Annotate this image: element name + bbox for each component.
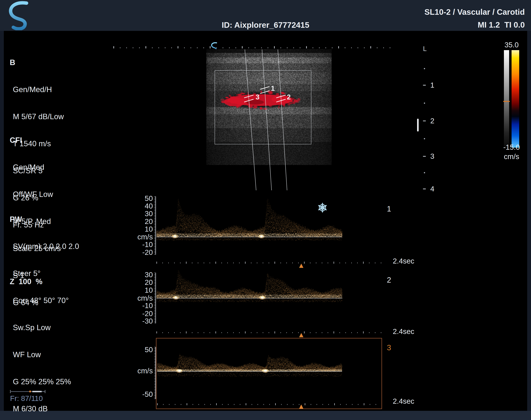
param-line: G 25% 25% 25% <box>13 377 79 386</box>
pw-params-title: PW <box>10 215 79 224</box>
trace2-number: 2 <box>387 276 391 284</box>
orientation-marker: L <box>423 45 427 53</box>
trace3-unit: cm/s <box>123 367 153 375</box>
gate-label-2: 2 <box>287 93 291 101</box>
colorbar-min: -15.0 <box>498 143 525 151</box>
gate-label-1: 1 <box>271 85 275 92</box>
baseline-tick <box>503 101 510 102</box>
trace1-ytick: 10 <box>123 225 153 233</box>
trace3-time: 2.4sec <box>393 397 414 405</box>
trace2-unit: cm/s <box>123 294 153 302</box>
depth-label: 4 <box>430 185 434 193</box>
param-line: Sw.Sp Low <box>13 323 79 332</box>
probe-preset: SL10-2 / Vascular / Carotid <box>424 7 525 17</box>
trace1-unit: cm/s <box>123 233 153 241</box>
color-doppler-bar <box>512 50 519 148</box>
patient-id: ID: Aixplorer_67772415 <box>222 20 310 30</box>
sweep-marker-icon: ▲ <box>298 331 305 339</box>
mi-ti-values: MI 1.2 TI 0.0 <box>478 20 525 30</box>
trace1-time-axis <box>156 261 382 264</box>
bmode-params-title: B <box>10 58 64 67</box>
trace1-number: 1 <box>387 205 391 213</box>
param-line: Gen/Med/H <box>13 85 64 94</box>
trace1-ytick: 30 <box>123 210 153 218</box>
trace1-ytick: 50 <box>123 194 153 203</box>
ultrasound-screen: ID: Aixplorer_67772415 SL10-2 / Vascular… <box>0 0 531 420</box>
cine-position-dot[interactable] <box>29 390 31 392</box>
param-line: Corr 48° 50° 70° <box>13 296 79 305</box>
trace1-time: 2.4sec <box>393 257 414 265</box>
trace1-ytick: 40 <box>123 202 153 210</box>
colorbar-unit: cm/s <box>498 152 525 161</box>
trace1-ytick: -10 <box>123 240 153 249</box>
param-line: Steer 5° <box>13 269 79 278</box>
lateral-ruler <box>113 46 394 49</box>
brand-logo-icon <box>7 1 33 30</box>
trace2-ytick: 10 <box>123 286 153 294</box>
trace1-ytick: -20 <box>123 248 153 256</box>
gray-scale-bar <box>504 50 509 148</box>
left-frame <box>0 31 4 411</box>
param-line: Gen/Med <box>13 163 61 172</box>
cfi-params-title: CFI <box>10 136 61 145</box>
trace1-ytick: 20 <box>123 217 153 226</box>
param-line: WF Low <box>13 350 79 359</box>
trace3-number: 3 <box>387 343 391 352</box>
trace3-ytick: -50 <box>123 390 153 399</box>
bottom-bar <box>0 411 531 420</box>
trace2-ytick: 20 <box>123 278 153 286</box>
depth-label: 3 <box>430 152 434 161</box>
spectral-trace-1 <box>156 196 342 258</box>
sweep-marker-icon: ▲ <box>298 402 305 410</box>
zoom-value: Z 100 % <box>10 277 42 286</box>
trace3-y-axis <box>154 347 156 399</box>
spectral-trace-3 <box>157 340 342 408</box>
doppler-overlay: 3 1 2 <box>206 49 332 191</box>
trace2-ytick: -20 <box>123 310 153 318</box>
depth-label: 2 <box>430 117 434 125</box>
trace2-time-axis <box>156 331 382 334</box>
trace2-ytick: -10 <box>123 301 153 310</box>
trace3-ytick: 50 <box>123 345 153 354</box>
trace3-time-axis <box>157 403 381 405</box>
param-line: M 6/30 dB <box>13 404 79 413</box>
trace2-y-axis <box>154 273 156 323</box>
trace2-ytick: -30 <box>123 317 153 325</box>
trace2-ytick: 30 <box>123 271 153 279</box>
depth-label: 1 <box>430 81 434 89</box>
frame-counter: Fr: 87/110 <box>10 394 43 403</box>
color-box <box>215 70 311 144</box>
depth-ruler <box>423 66 426 194</box>
focus-marker[interactable] <box>417 119 419 132</box>
spectral-trace-2 <box>156 270 342 326</box>
freeze-snowflake-icon <box>317 202 328 213</box>
cine-end-tick <box>45 390 45 393</box>
trace1-y-axis <box>154 196 156 255</box>
gate-label-3: 3 <box>256 93 259 101</box>
cine-segment <box>32 391 42 392</box>
param-line: SV(mm) 2.0 2.0 2.0 <box>13 242 79 251</box>
trace2-time: 2.4sec <box>393 327 414 336</box>
colorbar-max: 35.0 <box>498 41 525 49</box>
sweep-marker-icon: ▲ <box>298 261 305 270</box>
pw-params: PW SV(mm) 2.0 2.0 2.0 Steer 5° Corr 48° … <box>10 197 79 420</box>
right-frame <box>527 31 531 411</box>
